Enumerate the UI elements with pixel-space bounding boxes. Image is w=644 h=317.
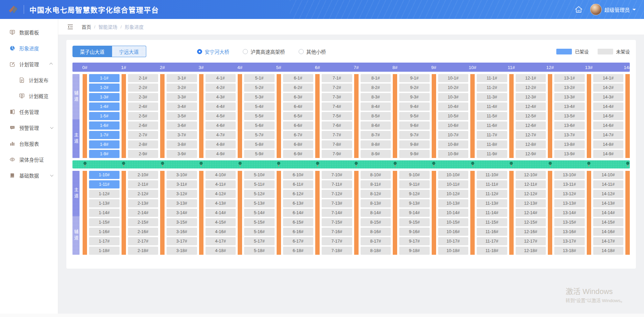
beam-cell-4-11[interactable]: 4-11# bbox=[206, 180, 236, 188]
beam-cell-6-2[interactable]: 6-2# bbox=[283, 84, 314, 92]
beam-cell-9-8[interactable]: 9-8# bbox=[399, 140, 430, 149]
beam-cell-6-6[interactable]: 6-6# bbox=[283, 121, 314, 130]
beam-cell-12-9[interactable]: 12-9# bbox=[516, 150, 546, 158]
sidebar-item-data-board[interactable]: 数据看板 bbox=[0, 24, 58, 40]
beam-cell-9-7[interactable]: 9-7# bbox=[399, 131, 430, 139]
beam-cell-8-4[interactable]: 8-4# bbox=[361, 103, 391, 111]
beam-cell-4-2[interactable]: 4-2# bbox=[206, 84, 236, 92]
beam-cell-3-14[interactable]: 3-14# bbox=[167, 209, 197, 217]
beam-cell-8-18[interactable]: 8-18# bbox=[361, 247, 391, 255]
beam-cell-1-2[interactable]: 1-2# bbox=[89, 84, 120, 92]
beam-cell-8-14[interactable]: 8-14# bbox=[361, 209, 391, 217]
beam-cell-3-3[interactable]: 3-3# bbox=[167, 93, 197, 101]
beam-cell-14-12[interactable]: 14-12# bbox=[593, 190, 624, 198]
beam-cell-4-10[interactable]: 4-10# bbox=[206, 171, 236, 179]
beam-cell-3-6[interactable]: 3-6# bbox=[167, 121, 197, 130]
beam-cell-11-1[interactable]: 11-1# bbox=[477, 74, 507, 82]
beam-cell-8-10[interactable]: 8-10# bbox=[361, 171, 391, 179]
beam-cell-9-13[interactable]: 9-13# bbox=[399, 199, 430, 207]
beam-cell-11-3[interactable]: 11-3# bbox=[477, 93, 507, 101]
beam-cell-10-8[interactable]: 10-8# bbox=[438, 140, 469, 149]
beam-cell-7-1[interactable]: 7-1# bbox=[322, 74, 352, 82]
beam-cell-4-5[interactable]: 4-5# bbox=[206, 112, 236, 120]
beam-cell-8-17[interactable]: 8-17# bbox=[361, 237, 391, 245]
beam-cell-10-6[interactable]: 10-6# bbox=[438, 121, 469, 130]
beam-cell-1-1[interactable]: 1-1# bbox=[89, 74, 120, 82]
beam-cell-1-7[interactable]: 1-7# bbox=[89, 131, 120, 139]
beam-cell-5-4[interactable]: 5-4# bbox=[244, 103, 275, 111]
beam-cell-10-11[interactable]: 10-11# bbox=[438, 180, 469, 188]
beam-cell-9-12[interactable]: 9-12# bbox=[399, 190, 430, 198]
beam-cell-14-6[interactable]: 14-6# bbox=[593, 121, 624, 130]
beam-cell-5-18[interactable]: 5-18# bbox=[244, 247, 275, 255]
beam-cell-1-4[interactable]: 1-4# bbox=[89, 103, 120, 111]
beam-cell-12-16[interactable]: 12-16# bbox=[516, 228, 546, 236]
beam-cell-12-6[interactable]: 12-6# bbox=[516, 121, 546, 130]
beam-cell-3-7[interactable]: 3-7# bbox=[167, 131, 197, 139]
beam-cell-7-13[interactable]: 7-13# bbox=[322, 199, 352, 207]
beam-cell-11-5[interactable]: 11-5# bbox=[477, 112, 507, 120]
radio-luhuang-viaduct[interactable]: 泸黄高速高架桥 bbox=[243, 48, 285, 55]
beam-cell-8-16[interactable]: 8-16# bbox=[361, 228, 391, 236]
beam-cell-3-4[interactable]: 3-4# bbox=[167, 103, 197, 111]
beam-cell-8-6[interactable]: 8-6# bbox=[361, 121, 391, 130]
beam-cell-14-8[interactable]: 14-8# bbox=[593, 140, 624, 149]
beam-cell-9-18[interactable]: 9-18# bbox=[399, 247, 430, 255]
beam-cell-7-5[interactable]: 7-5# bbox=[322, 112, 352, 120]
beam-cell-7-4[interactable]: 7-4# bbox=[322, 103, 352, 111]
beam-cell-13-14[interactable]: 13-14# bbox=[554, 209, 585, 217]
beam-cell-8-7[interactable]: 8-7# bbox=[361, 131, 391, 139]
beam-cell-4-3[interactable]: 4-3# bbox=[206, 93, 236, 101]
beam-cell-1-17[interactable]: 1-17# bbox=[89, 237, 120, 245]
beam-cell-5-13[interactable]: 5-13# bbox=[244, 199, 275, 207]
beam-cell-11-15[interactable]: 11-15# bbox=[477, 218, 507, 226]
beam-cell-14-15[interactable]: 14-15# bbox=[593, 218, 624, 226]
beam-cell-7-11[interactable]: 7-11# bbox=[322, 180, 352, 188]
beam-cell-8-12[interactable]: 8-12# bbox=[361, 190, 391, 198]
beam-cell-2-12[interactable]: 2-12# bbox=[128, 190, 158, 198]
breadcrumb-home[interactable]: 首页 bbox=[82, 23, 91, 30]
beam-cell-9-2[interactable]: 9-2# bbox=[399, 84, 430, 92]
beam-cell-3-2[interactable]: 3-2# bbox=[167, 84, 197, 92]
beam-cell-1-13[interactable]: 1-13# bbox=[89, 199, 120, 207]
beam-cell-9-10[interactable]: 9-10# bbox=[399, 171, 430, 179]
beam-cell-4-17[interactable]: 4-17# bbox=[206, 237, 236, 245]
beam-cell-2-8[interactable]: 2-8# bbox=[128, 140, 158, 149]
beam-cell-5-15[interactable]: 5-15# bbox=[244, 218, 275, 226]
beam-cell-12-3[interactable]: 12-3# bbox=[516, 93, 546, 101]
beam-cell-11-11[interactable]: 11-11# bbox=[477, 180, 507, 188]
beam-cell-13-8[interactable]: 13-8# bbox=[554, 140, 585, 149]
beam-cell-3-11[interactable]: 3-11# bbox=[167, 180, 197, 188]
beam-cell-4-7[interactable]: 4-7# bbox=[206, 131, 236, 139]
beam-cell-2-3[interactable]: 2-3# bbox=[128, 93, 158, 101]
beam-cell-13-2[interactable]: 13-2# bbox=[554, 84, 585, 92]
beam-cell-6-12[interactable]: 6-12# bbox=[283, 190, 314, 198]
beam-cell-11-16[interactable]: 11-16# bbox=[477, 228, 507, 236]
radio-other-bridges[interactable]: 其他小桥 bbox=[299, 48, 326, 55]
beam-cell-14-13[interactable]: 14-13# bbox=[593, 199, 624, 207]
beam-cell-12-15[interactable]: 12-15# bbox=[516, 218, 546, 226]
beam-cell-13-1[interactable]: 13-1# bbox=[554, 74, 585, 82]
beam-cell-6-1[interactable]: 6-1# bbox=[283, 74, 314, 82]
beam-cell-14-7[interactable]: 14-7# bbox=[593, 131, 624, 139]
beam-cell-2-17[interactable]: 2-17# bbox=[128, 237, 158, 245]
beam-cell-13-4[interactable]: 13-4# bbox=[554, 103, 585, 111]
beam-cell-3-12[interactable]: 3-12# bbox=[167, 190, 197, 198]
beam-cell-1-5[interactable]: 1-5# bbox=[89, 112, 120, 120]
beam-cell-13-13[interactable]: 13-13# bbox=[554, 199, 585, 207]
beam-cell-7-17[interactable]: 7-17# bbox=[322, 237, 352, 245]
beam-cell-9-15[interactable]: 9-15# bbox=[399, 218, 430, 226]
beam-cell-12-10[interactable]: 12-10# bbox=[516, 171, 546, 179]
beam-cell-13-7[interactable]: 13-7# bbox=[554, 131, 585, 139]
beam-cell-7-7[interactable]: 7-7# bbox=[322, 131, 352, 139]
user-menu[interactable]: 超级管理员 bbox=[590, 4, 636, 15]
beam-cell-2-2[interactable]: 2-2# bbox=[128, 84, 158, 92]
beam-cell-12-11[interactable]: 12-11# bbox=[516, 180, 546, 188]
beam-cell-4-18[interactable]: 4-18# bbox=[206, 247, 236, 255]
home-icon[interactable] bbox=[574, 5, 583, 14]
beam-cell-5-8[interactable]: 5-8# bbox=[244, 140, 275, 149]
beam-cell-13-11[interactable]: 13-11# bbox=[554, 180, 585, 188]
beam-cell-2-6[interactable]: 2-6# bbox=[128, 121, 158, 130]
beam-cell-5-14[interactable]: 5-14# bbox=[244, 209, 275, 217]
beam-cell-3-18[interactable]: 3-18# bbox=[167, 247, 197, 255]
